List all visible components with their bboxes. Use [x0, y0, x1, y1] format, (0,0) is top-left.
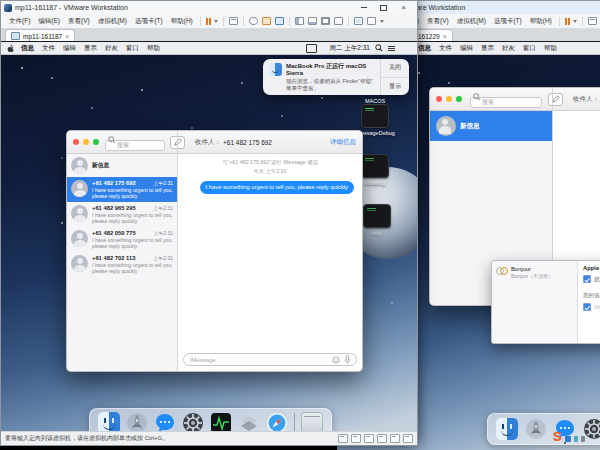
menu-help[interactable]: 帮助(H): [526, 16, 556, 27]
compose-button[interactable]: [548, 93, 563, 106]
apple-menu-icon[interactable]: [7, 44, 14, 52]
conversation-new-message[interactable]: 新信息: [430, 111, 552, 141]
left-vm-screen[interactable]: 信息 文件 编辑 显示 好友 窗口 帮助 周二 上午2:31: [1, 41, 417, 435]
conversation-row[interactable]: +61 482 050 775上午2:31 I have something u…: [67, 227, 177, 252]
microphone-icon[interactable]: [344, 355, 351, 364]
take-snapshot-button[interactable]: [249, 17, 258, 25]
show-thumbnail-bar-button[interactable]: [308, 17, 317, 25]
close-tab-icon[interactable]: ×: [443, 33, 447, 40]
send-ctrl-alt-del-button[interactable]: [229, 17, 238, 25]
notification-center-icon[interactable]: [388, 46, 395, 51]
conversation-list[interactable]: 新信息 +61 482 175 692上午2:31 I have somethi…: [67, 154, 178, 371]
maximize-button[interactable]: [377, 3, 390, 12]
fullscreen-button[interactable]: [321, 17, 330, 25]
dock-finder-icon[interactable]: [496, 418, 518, 440]
close-tab-icon[interactable]: ×: [65, 33, 69, 40]
desktop-icon-macos[interactable]: MACOS: [353, 96, 397, 104]
close-window-button[interactable]: [436, 96, 442, 102]
sogou-logo[interactable]: S: [553, 430, 562, 443]
pause-vm-button[interactable]: [204, 18, 220, 25]
display-menu-icon[interactable]: [306, 44, 317, 53]
macos-app-menu[interactable]: 信息: [418, 44, 431, 53]
recipient-row[interactable]: 收件人： +61 482 175 692 详细信息: [195, 138, 362, 147]
messages-window-left[interactable]: 收件人： +61 482 175 692 详细信息 新信息: [66, 130, 363, 372]
menu-vm[interactable]: 虚拟机(M): [94, 16, 131, 27]
console-view-button[interactable]: [354, 17, 363, 25]
status-sound-icon[interactable]: [377, 434, 387, 443]
pause-vm-button[interactable]: [563, 18, 579, 25]
message-input-row[interactable]: [183, 353, 357, 366]
zoom-window-button[interactable]: [456, 96, 462, 102]
input-mic-icon[interactable]: [581, 436, 585, 442]
status-network-icon[interactable]: [364, 434, 374, 443]
left-window-titlebar[interactable]: mp11-161187 - VMware Workstation ×: [1, 1, 417, 14]
macos-menu-edit[interactable]: 编辑: [460, 44, 473, 53]
minimize-button[interactable]: [357, 3, 370, 12]
macos-menu-window[interactable]: 窗口: [523, 44, 536, 53]
input-mode-icon[interactable]: [565, 436, 571, 442]
conversation-row[interactable]: +61 482 702 113上午2:31 I have something u…: [67, 252, 177, 277]
menu-tabs[interactable]: 选项卡(T): [131, 16, 167, 27]
status-usb-icon[interactable]: [390, 434, 400, 443]
menubar-clock[interactable]: 周二 上午2:31: [330, 44, 370, 53]
minimize-window-button[interactable]: [83, 139, 89, 145]
notification-close-button[interactable]: 关闭: [381, 59, 409, 77]
search-field[interactable]: [470, 90, 542, 108]
vmware-window-left[interactable]: mp11-161187 - VMware Workstation × 文件(F)…: [0, 0, 418, 446]
macos-menu-window[interactable]: 窗口: [126, 44, 139, 53]
close-window-button[interactable]: [73, 139, 79, 145]
fit-guest-button[interactable]: [367, 17, 376, 25]
menu-vm[interactable]: 虚拟机(M): [453, 16, 490, 27]
macos-menu-file[interactable]: 文件: [439, 44, 452, 53]
menu-file[interactable]: 文件(F): [5, 16, 34, 27]
message-input[interactable]: [183, 353, 357, 366]
menu-tabs[interactable]: 选项卡(T): [490, 16, 526, 27]
minimize-window-button[interactable]: [446, 96, 452, 102]
enable-account-checkbox-row[interactable]: 启用此帐户: [583, 275, 600, 283]
macos-menu-display[interactable]: 显示: [481, 44, 494, 53]
details-link[interactable]: 详细信息: [330, 138, 356, 147]
menu-help[interactable]: 帮助(H): [167, 16, 197, 27]
messages-toolbar[interactable]: 收件人：: [430, 88, 600, 111]
conversation-row[interactable]: +61 482 965 295上午2:31 I have something u…: [67, 202, 177, 227]
close-button[interactable]: ×: [397, 3, 410, 12]
dock-system-preferences-icon[interactable]: [583, 418, 600, 440]
menu-view[interactable]: 查看(V): [423, 16, 453, 27]
search-field[interactable]: [105, 133, 165, 151]
messages-preferences-window[interactable]: Bonjour Bonjour（不活跃） Apple ID 启用此帐户 您的信息: [491, 260, 600, 344]
recipient-row[interactable]: 收件人：: [573, 95, 600, 104]
checkbox-checked-icon[interactable]: [583, 275, 591, 283]
manage-snapshots-button[interactable]: [275, 17, 284, 25]
send-ctrl-alt-del-button[interactable]: [588, 17, 597, 25]
conversation-row[interactable]: +61 482 175 692上午2:31 I have something u…: [67, 177, 177, 202]
macos-menu-buddies[interactable]: 好友: [502, 44, 515, 53]
notification-show-button[interactable]: 显示: [381, 77, 409, 96]
macos-app-menu[interactable]: 信息: [21, 44, 34, 53]
notification-banner[interactable]: MacBook Pro 正运行 macOS Sierra 现在浏览，或者稍后从 …: [263, 59, 409, 95]
menu-edit[interactable]: 编辑(E): [34, 16, 64, 27]
macos-menu-help[interactable]: 帮助: [147, 44, 160, 53]
zoom-window-button[interactable]: [93, 139, 99, 145]
macos-menu-help[interactable]: 帮助: [544, 44, 557, 53]
status-cdrom-icon[interactable]: [351, 434, 361, 443]
messages-toolbar[interactable]: 收件人： +61 482 175 692 详细信息: [67, 131, 362, 154]
macos-menu-file[interactable]: 文件: [42, 44, 55, 53]
accounts-list[interactable]: Bonjour Bonjour（不活跃）: [492, 261, 578, 343]
chat-pane[interactable]: 与“+61 482 175 692”进行 iMessage 通信 今天 上午2:…: [178, 154, 362, 371]
info-checkbox-row[interactable]: [583, 303, 600, 311]
input-punctuation-icon[interactable]: [574, 436, 578, 442]
unity-mode-button[interactable]: [334, 17, 343, 25]
status-harddisk-icon[interactable]: [338, 434, 348, 443]
macos-menu-edit[interactable]: 编辑: [63, 44, 76, 53]
account-row-bonjour[interactable]: Bonjour Bonjour（不活跃）: [496, 266, 573, 279]
macos-menu-buddies[interactable]: 好友: [105, 44, 118, 53]
status-message-icon[interactable]: [403, 434, 413, 443]
show-library-button[interactable]: [295, 17, 304, 25]
spotlight-search-icon[interactable]: [375, 44, 383, 52]
conversation-row[interactable]: 新信息: [67, 154, 177, 177]
revert-snapshot-button[interactable]: [262, 17, 271, 25]
macos-menu-display[interactable]: 显示: [84, 44, 97, 53]
emoji-icon[interactable]: [332, 356, 340, 364]
dock-launchpad-icon[interactable]: [525, 418, 547, 440]
menu-view[interactable]: 查看(V): [64, 16, 94, 27]
